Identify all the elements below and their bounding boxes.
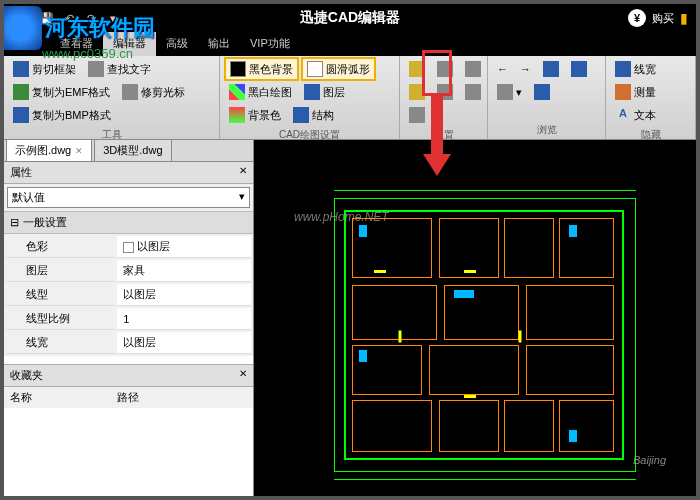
col-name: 名称 [10, 390, 117, 405]
default-dropdown[interactable]: 默认值▾ [7, 187, 250, 208]
cube-icon [534, 84, 550, 100]
tab-example[interactable]: 示例图.dwg✕ [6, 139, 92, 161]
scissors-icon [13, 61, 29, 77]
favorites-title: 收藏夹 [10, 368, 43, 383]
history-icon [497, 84, 513, 100]
trim-cursor-button[interactable]: 修剪光标 [117, 81, 190, 103]
arrow-left-icon: ← [497, 63, 508, 75]
text-button[interactable]: A文本 [610, 104, 661, 126]
checkbox-icon[interactable] [123, 242, 134, 253]
menu-output[interactable]: 输出 [198, 32, 240, 56]
arc-icon [307, 61, 323, 77]
layers-icon [304, 84, 320, 100]
rotate-icon [543, 61, 559, 77]
bw-icon [229, 84, 245, 100]
menu-vip[interactable]: VIP功能 [240, 32, 300, 56]
workspace: 示例图.dwg✕ 3D模型.dwg 属性 ✕ 默认值▾ ⊟一般设置 色彩以图层 … [4, 140, 696, 500]
bg-color-button[interactable]: 背景色 [224, 104, 286, 126]
cube-button[interactable] [529, 81, 555, 103]
table-row: 线型以图层 [6, 284, 251, 306]
view-icon [571, 61, 587, 77]
measure-button[interactable]: 测量 [610, 81, 661, 103]
collapse-icon: ⊟ [10, 216, 19, 229]
black-bg-button[interactable]: 黑色背景 [224, 57, 299, 81]
floor-plan-drawing [304, 190, 666, 480]
layers-button[interactable]: 图层 [299, 81, 350, 103]
nav-history-button[interactable]: ▾ [492, 81, 527, 103]
text-icon: A [615, 107, 631, 123]
view-button[interactable] [566, 58, 592, 80]
general-section[interactable]: ⊟一般设置 [4, 211, 253, 234]
ruler-icon [615, 84, 631, 100]
site-watermark-overlay: 河东软件园 www.pc0359.cn [0, 6, 155, 61]
dropdown-icon: ▾ [516, 86, 522, 99]
find-text-button[interactable]: 查找文字 [83, 58, 156, 80]
smooth-arc-button[interactable]: 圆滑弧形 [301, 57, 376, 81]
pin-icon[interactable]: ✕ [239, 368, 247, 383]
search-icon [88, 61, 104, 77]
vip-icon[interactable]: ▮ [680, 10, 688, 26]
rotate-button[interactable] [538, 58, 564, 80]
emf-icon [13, 84, 29, 100]
copy-emf-button[interactable]: 复制为EMF格式 [8, 81, 115, 103]
col-path: 路径 [117, 390, 139, 405]
table-row: 线宽以图层 [6, 332, 251, 354]
annotation-arrow [422, 50, 452, 176]
close-icon[interactable]: ✕ [75, 146, 83, 156]
favorites-header: 收藏夹 ✕ [4, 364, 253, 387]
table-row: 图层家具 [6, 260, 251, 282]
structure-icon [293, 107, 309, 123]
zoom-window-button[interactable] [460, 81, 486, 103]
favorites-body [4, 408, 253, 500]
left-panel: 示例图.dwg✕ 3D模型.dwg 属性 ✕ 默认值▾ ⊟一般设置 色彩以图层 … [4, 140, 254, 500]
copy-bmp-button[interactable]: 复制为BMP格式 [8, 104, 116, 126]
zoom-fit-icon [465, 61, 481, 77]
bw-draw-button[interactable]: 黑白绘图 [224, 81, 297, 103]
linewidth-button[interactable]: 线宽 [610, 58, 661, 80]
app-title: 迅捷CAD编辑器 [300, 9, 400, 27]
favorites-columns: 名称 路径 [4, 387, 253, 408]
table-row: 线型比例1 [6, 308, 251, 330]
properties-table: 色彩以图层 图层家具 线型以图层 线型比例1 线宽以图层 [4, 234, 253, 356]
bmp-icon [13, 107, 29, 123]
buy-link[interactable]: 购买 [652, 11, 674, 26]
arrow-right-icon: → [520, 63, 531, 75]
chevron-down-icon: ▾ [239, 190, 245, 205]
document-tabs: 示例图.dwg✕ 3D模型.dwg [4, 140, 253, 162]
table-row: 色彩以图层 [6, 236, 251, 258]
tab-3dmodel[interactable]: 3D模型.dwg [94, 139, 171, 161]
properties-header: 属性 ✕ [4, 162, 253, 184]
site-url: www.pc0359.cn [42, 46, 155, 61]
currency-icon[interactable]: ¥ [628, 9, 646, 27]
bgcolor-icon [229, 107, 245, 123]
black-bg-icon [230, 61, 246, 77]
site-badge-icon [0, 6, 42, 50]
properties-title: 属性 [10, 165, 32, 180]
nav-left-button[interactable]: ← [492, 60, 513, 78]
cut-frame-button[interactable]: 剪切框架 [8, 58, 81, 80]
linewidth-icon [615, 61, 631, 77]
trim-icon [122, 84, 138, 100]
zoom-window-icon [465, 84, 481, 100]
drawing-canvas[interactable]: www.pHome.NET Baijing [254, 140, 696, 500]
ribbon: 剪切框架 查找文字 复制为EMF格式 修剪光标 复制为BMP格式 工具 黑色背景… [4, 56, 696, 140]
site-name: 河东软件园 [45, 15, 155, 40]
zoom-fit-button[interactable] [460, 58, 486, 80]
pin-icon[interactable]: ✕ [239, 165, 247, 180]
menu-advanced[interactable]: 高级 [156, 32, 198, 56]
nav-right-button[interactable]: → [515, 60, 536, 78]
structure-button[interactable]: 结构 [288, 104, 339, 126]
group-browse-label: 浏览 [492, 121, 601, 139]
